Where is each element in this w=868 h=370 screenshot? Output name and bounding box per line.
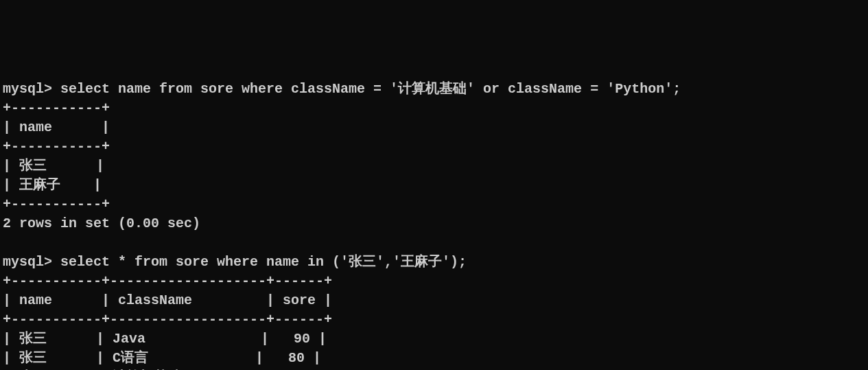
table1-border-top: +-----------+ bbox=[3, 100, 110, 116]
mysql-prompt: mysql> bbox=[3, 81, 60, 97]
table2-border-top: +-----------+-------------------+------+ bbox=[3, 273, 332, 289]
table1-border-bot: +-----------+ bbox=[3, 196, 110, 212]
table2-border-mid: +-----------+-------------------+------+ bbox=[3, 312, 332, 327]
table1-row: | 王麻子 | bbox=[3, 177, 102, 193]
table1-row: | 张三 | bbox=[3, 158, 104, 174]
table1-border-mid: +-----------+ bbox=[3, 139, 110, 154]
table2-row: | 张三 | C语言 | 80 | bbox=[3, 350, 321, 366]
sql-query-2: select * from sore where name in ('张三','… bbox=[60, 254, 467, 270]
sql-query-1: select name from sore where className = … bbox=[60, 81, 681, 97]
mysql-prompt: mysql> bbox=[3, 254, 60, 270]
terminal-output[interactable]: mysql> select name from sore where class… bbox=[3, 80, 865, 370]
query1-summary: 2 rows in set (0.00 sec) bbox=[3, 216, 200, 231]
table2-header: | name | className | sore | bbox=[3, 292, 332, 308]
table1-header: | name | bbox=[3, 119, 110, 135]
table2-row: | 张三 | Java | 90 | bbox=[3, 331, 327, 347]
